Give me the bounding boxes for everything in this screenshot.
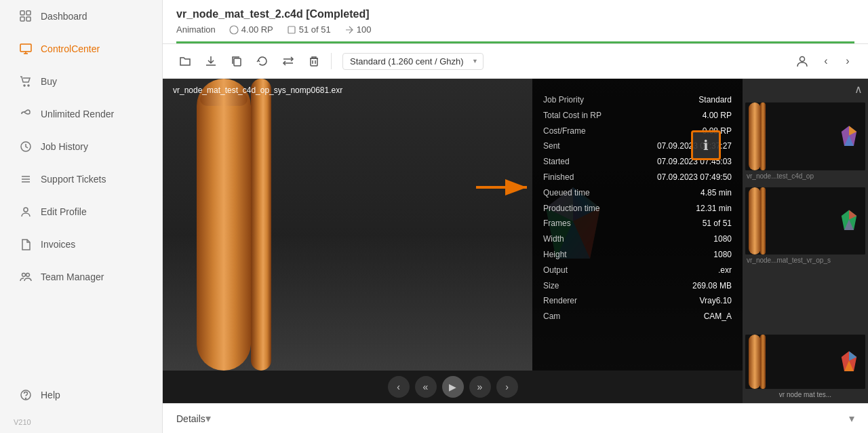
mini-pipe-5 [749,335,761,389]
animation-label: Animation [176,24,216,35]
users-icon [19,270,33,284]
sidebar-item-support[interactable]: Support Tickets [5,164,157,194]
svg-rect-4 [20,44,31,52]
main-content: vr_node_mat_test_2.c4d [Completed] Anima… [163,0,868,433]
quality-select-wrap: Standard (1.260 cent / Ghzh) [337,53,484,70]
info-button[interactable]: ℹ [691,130,721,160]
sidebar-item-label: Unlimited Render [41,109,114,119]
prev-nav-btn[interactable]: ‹ [816,52,835,71]
svg-rect-2 [20,17,24,21]
height-value: 1080 [637,247,732,263]
copy-btn[interactable] [225,50,248,73]
prev-frame-btn[interactable]: ‹ [388,376,410,398]
mini-pipe-1 [749,102,761,170]
sidebar-item-editprofile[interactable]: Edit Profile [5,197,157,227]
sidebar-item-help[interactable]: Help [5,380,157,410]
sidebar-item-label: Invoices [41,239,75,250]
mini-pipe-6 [760,335,766,389]
user-account-btn[interactable] [791,50,814,73]
cart-icon [19,75,33,88]
width-value: 1080 [637,231,732,247]
next-nav-btn[interactable]: › [838,52,857,71]
job-title: vr_node_mat_test_2.c4d [Completed] [176,8,854,20]
refresh-btn[interactable] [251,50,274,73]
grid-icon [19,10,33,23]
sidebar-item-jobhistory[interactable]: Job History [5,132,157,162]
download-btn[interactable] [199,50,222,73]
svg-rect-19 [288,26,295,33]
delete-btn[interactable] [302,50,326,73]
prev-fast-btn[interactable]: « [415,376,437,398]
sidebar-item-teammanager[interactable]: Team Manager [5,262,157,292]
svg-point-27 [800,57,805,62]
content-area: vr_node_mat_test_c4d_op_sys_nomp0681.exr [163,79,868,403]
viewer-file-label: vr_node_mat_test_c4d_op_sys_nomp0681.exr [173,86,342,95]
cam-value: CAM_A [637,309,732,324]
user-icon [19,205,33,219]
sidebar-item-label: Edit Profile [41,206,87,217]
details-text: Details [176,413,205,424]
thumbnail-img-1 [745,102,865,170]
thumbnail-label-2: vr_node...mat_test_vr_op_s [745,255,865,266]
svg-rect-24 [311,58,317,66]
clock-icon [19,140,33,153]
renderer-label: Renderer [543,293,637,309]
sidebar-item-label: Team Manager [41,271,104,282]
rp-value: 4.00 RP [229,24,273,35]
thumbnail-item-2[interactable]: vr_node...mat_test_vr_op_s [743,185,868,269]
quality-select[interactable]: Standard (1.260 cent / Ghzh) [342,53,484,70]
thumbnail-img-2 [745,187,865,255]
details-footer: Details ▾ ▾ [163,403,868,433]
mini-gem-2 [840,209,859,233]
pipe-left [197,79,251,371]
frames-value: 51 of 51 [287,24,331,35]
mini-gem-1 [840,124,859,148]
sidebar-item-buy[interactable]: Buy [5,67,157,96]
svg-point-7 [24,85,25,86]
svg-point-8 [28,85,29,86]
right-panel: ∧ vr_node...test_c4d_op [743,79,868,403]
progress-bar [176,41,854,43]
transfer-btn[interactable] [277,50,300,73]
mini-gem-bottom [840,350,859,374]
details-chevron-right[interactable]: ▾ [849,412,854,425]
viewer-image-area: Job Priority Total Cost in RP Cost/Frame… [163,79,743,371]
svg-rect-1 [26,11,31,15]
mini-pipe-3 [749,187,761,255]
total-cost-value: 4.00 RP [637,108,732,124]
thumbnail-item-1[interactable]: vr_node...test_c4d_op [743,100,868,185]
svg-point-14 [22,274,26,277]
thumbnail-img-bottom [745,335,865,389]
thumbnail-label-bottom: vr node mat tes... [745,389,865,400]
folder-btn[interactable] [174,50,197,73]
infinity-icon [19,107,33,121]
svg-point-13 [24,208,28,212]
next-frame-btn[interactable]: › [496,376,518,398]
sidebar-item-controlcenter[interactable]: ControlCenter [5,34,157,64]
sidebar-item-invoices[interactable]: Invoices [5,229,157,259]
frames-label: Frames [543,216,637,231]
sidebar-item-label: ControlCenter [41,43,100,54]
sent-label: Sent [543,138,637,154]
production-label: Production time [543,201,637,216]
svg-point-17 [26,398,26,399]
queued-value: 4.85 min [637,185,732,201]
sidebar: Dashboard ControlCenter Buy Unlimited Re… [0,0,163,433]
height-label: Height [543,247,637,263]
viewer-controls: ‹ « ▶ » › [163,371,743,403]
sidebar-item-unlimited[interactable]: Unlimited Render [5,99,157,129]
sidebar-item-label: Support Tickets [41,174,106,185]
renderer-value: Vray6.10 [637,293,732,309]
next-fast-btn[interactable]: » [469,376,491,398]
details-chevron-down[interactable]: ▾ [205,412,211,425]
thumbnail-bottom[interactable]: vr node mat tes... [743,332,868,403]
render-scene: Job Priority Total Cost in RP Cost/Frame… [163,79,743,371]
width-label: Width [543,231,637,247]
arrow-annotation [473,167,534,208]
svg-rect-21 [234,58,241,66]
play-btn[interactable]: ▶ [442,376,464,398]
collapse-panel-btn[interactable]: ∧ [854,83,863,96]
right-panel-header: ∧ [743,79,868,100]
sidebar-item-dashboard[interactable]: Dashboard [5,1,157,31]
total-cost-label: Total Cost in RP [543,108,637,124]
